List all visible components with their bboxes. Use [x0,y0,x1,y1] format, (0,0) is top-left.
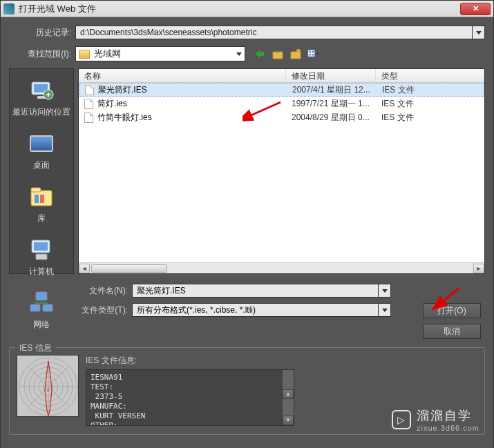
lookin-combo[interactable]: 光域网 [75,46,245,61]
ies-frame-label: IES 信息 [15,342,56,354]
place-libraries[interactable]: 库 [10,181,73,227]
chevron-down-icon [236,52,242,56]
svg-point-2 [296,49,301,53]
col-type[interactable]: 类型 [376,69,484,82]
ies-info-text[interactable]: IESNA91 TEST: 2373-5 MANUFAC: KURT VERSE… [86,369,294,426]
window-title: 打开光域 Web 文件 [19,3,460,15]
file-list-header: 名称 修改日期 类型 [79,69,484,83]
toolbar-icons [254,48,320,60]
file-row[interactable]: 筒灯.ies 1997/7/21 星期一 1... IES 文件 [79,97,484,110]
filename-dropdown[interactable] [379,284,391,298]
filetype-dropdown[interactable] [379,303,391,317]
ies-thumbnail: 0 [17,355,79,417]
place-desktop[interactable]: 桌面 [10,128,73,174]
watermark-sub: zixue.3d66.com [417,424,479,432]
file-row[interactable]: 聚光筒灯.IES 2007/4/1 星期日 12... IES 文件 [79,83,484,97]
button-area: 打开(O) 取消 [423,303,481,339]
file-name: 聚光筒灯.IES [98,84,147,96]
file-icon [84,113,93,123]
file-date: 2007/4/1 星期日 12... [287,84,377,96]
dialog-body: 历史记录: 查找范围(I): 光域网 [1,17,493,448]
bottom-fields: 文件名(N): 文件类型(T): [9,284,485,317]
file-icon [85,85,94,95]
up-folder-icon[interactable] [272,48,284,60]
back-icon[interactable] [254,48,266,60]
history-row: 历史记录: [9,26,485,39]
desktop-icon [28,130,55,157]
scroll-down-icon[interactable]: ▼ [283,416,294,425]
svg-rect-13 [31,188,41,192]
file-list: 名称 修改日期 类型 聚光筒灯.IES 2007/4/1 星期日 12... I… [78,68,485,274]
cancel-button[interactable]: 取消 [423,324,481,339]
place-libraries-label: 库 [10,213,73,224]
horizontal-scrollbar[interactable]: ◄ ► [79,262,484,273]
libraries-icon [28,184,55,210]
chevron-down-icon [382,309,388,312]
file-type: IES 文件 [376,98,484,110]
file-row[interactable]: 竹简牛眼灯.ies 2004/8/29 星期日 0... IES 文件 [79,110,484,124]
col-name[interactable]: 名称 [79,69,286,82]
file-icon [84,99,93,109]
place-recent[interactable]: 最近访问的位置 [10,75,73,121]
file-date: 2004/8/29 星期日 0... [286,112,376,124]
file-date: 1997/7/21 星期一 1... [286,98,376,110]
recent-icon [28,77,55,104]
file-type: IES 文件 [376,112,484,124]
play-icon: ▷ [392,410,411,429]
scroll-up-icon[interactable]: ▲ [283,389,294,399]
svg-rect-5 [312,51,314,52]
computer-icon [28,237,55,263]
lookin-label: 查找范围(I): [9,48,75,60]
place-computer[interactable]: 计算机 [10,234,73,280]
scroll-thumb[interactable] [91,264,167,273]
svg-rect-14 [35,195,39,203]
lookin-folder: 光域网 [94,48,236,60]
history-label: 历史记录: [9,27,75,39]
file-list-body: 聚光筒灯.IES 2007/4/1 星期日 12... IES 文件 筒灯.ie… [79,83,484,124]
file-type: IES 文件 [377,84,484,96]
filename-label: 文件名(N): [9,285,132,297]
dialog-window: 打开光域 Web 文件 ✕ 历史记录: 查找范围(I): 光域网 [0,0,494,448]
titlebar: 打开光域 Web 文件 ✕ [1,1,493,17]
scroll-left-icon[interactable]: ◄ [79,264,90,273]
chevron-down-icon [476,31,482,35]
folder-icon [79,50,90,59]
places-bar: 最近访问的位置 桌面 库 [9,68,74,274]
place-computer-label: 计算机 [10,266,73,277]
filetype-input[interactable] [132,303,379,317]
app-icon [3,3,15,14]
vertical-scrollbar[interactable]: ▲ ▼ [283,370,294,425]
file-name: 竹简牛眼灯.ies [97,112,152,124]
scroll-right-icon[interactable]: ► [473,264,484,273]
place-network-label: 网络 [10,319,73,331]
view-menu-icon[interactable] [307,48,320,60]
history-dropdown[interactable] [473,26,485,39]
svg-rect-15 [40,195,44,203]
svg-rect-3 [308,50,315,57]
svg-text:0: 0 [48,388,50,392]
main-area: 最近访问的位置 桌面 库 [9,68,485,274]
close-button[interactable]: ✕ [460,3,491,15]
lookin-row: 查找范围(I): 光域网 [9,46,485,61]
chevron-down-icon [382,289,388,293]
filename-input[interactable] [132,284,379,298]
file-name: 筒灯.ies [97,98,127,110]
place-desktop-label: 桌面 [10,159,73,171]
col-date[interactable]: 修改日期 [286,69,376,82]
svg-rect-6 [309,54,310,55]
watermark-text: 溜溜自学 [417,407,479,424]
ies-info-label: IES 文件信息: [86,355,477,367]
watermark: ▷ 溜溜自学 zixue.3d66.com [392,407,479,432]
open-button[interactable]: 打开(O) [423,303,481,318]
svg-rect-0 [273,52,283,59]
svg-rect-7 [312,54,314,55]
filetype-label: 文件类型(T): [9,304,132,316]
svg-rect-18 [36,254,47,260]
history-input[interactable] [75,26,473,39]
svg-rect-4 [309,51,310,52]
new-folder-icon[interactable] [289,48,302,60]
svg-rect-17 [34,242,48,251]
place-recent-label: 最近访问的位置 [10,106,73,118]
